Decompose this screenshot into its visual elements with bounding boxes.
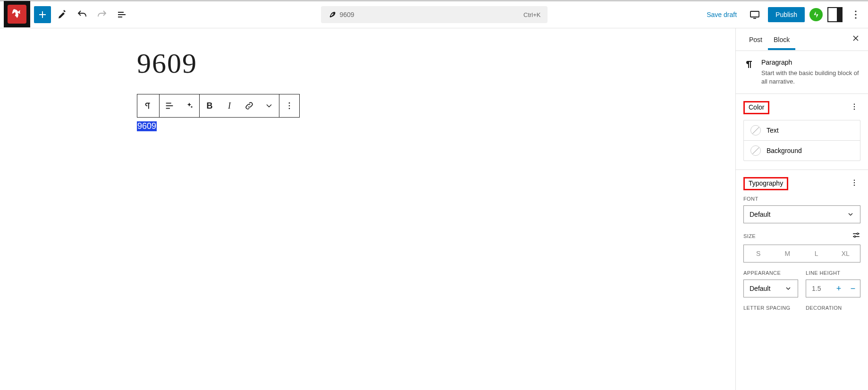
svg-rect-2 — [118, 17, 122, 17]
svg-rect-7 — [166, 103, 171, 104]
save-draft-button[interactable]: Save draft — [702, 8, 742, 21]
svg-point-14 — [854, 106, 855, 107]
align-button[interactable] — [160, 94, 179, 117]
font-select[interactable]: Default — [743, 205, 860, 223]
close-sidebar-button[interactable] — [851, 34, 860, 45]
document-overview-button[interactable] — [113, 6, 130, 23]
font-value: Default — [750, 211, 770, 218]
lineheight-increment[interactable]: + — [832, 284, 846, 294]
italic-button[interactable]: I — [219, 94, 239, 117]
paragraph-icon — [743, 59, 755, 86]
svg-point-20 — [857, 233, 858, 235]
size-s-button[interactable]: S — [744, 245, 773, 262]
chevron-down-icon — [847, 211, 854, 218]
appearance-label: APPEARANCE — [743, 270, 798, 276]
tools-button[interactable] — [54, 6, 71, 23]
svg-point-4 — [855, 10, 856, 12]
decoration-label: DECORATION — [806, 305, 860, 311]
text-color-button[interactable]: Text — [744, 120, 860, 140]
color-panel-title: Color — [749, 103, 764, 111]
block-description: Start with the basic building block of a… — [761, 69, 860, 86]
svg-point-5 — [855, 14, 856, 15]
post-title[interactable]: 9609 — [137, 47, 735, 80]
publish-button[interactable]: Publish — [768, 7, 805, 22]
paragraph-selected-text[interactable]: 9609 — [137, 121, 157, 131]
typography-panel-title: Typography — [749, 179, 783, 187]
redo-button[interactable] — [93, 6, 110, 23]
undo-button[interactable] — [74, 6, 91, 23]
appearance-select[interactable]: Default — [743, 280, 798, 297]
svg-rect-8 — [166, 105, 173, 106]
size-label: SIZE — [743, 233, 756, 239]
size-l-button[interactable]: L — [802, 245, 831, 262]
add-block-button[interactable] — [34, 6, 51, 23]
svg-point-15 — [854, 109, 855, 110]
preview-button[interactable] — [746, 6, 763, 23]
feather-icon — [328, 10, 336, 19]
letter-spacing-label: LETTER SPACING — [743, 305, 798, 311]
background-color-label: Background — [767, 147, 802, 154]
link-button[interactable] — [239, 94, 259, 117]
svg-point-12 — [289, 108, 290, 110]
tab-post[interactable]: Post — [743, 29, 768, 50]
block-name: Paragraph — [761, 59, 860, 66]
bold-button[interactable]: B — [200, 94, 219, 117]
size-m-button[interactable]: M — [773, 245, 802, 262]
lineheight-label: LINE HEIGHT — [806, 270, 860, 276]
text-color-swatch — [750, 125, 761, 136]
svg-point-16 — [854, 180, 855, 181]
svg-point-18 — [854, 185, 855, 186]
font-label: FONT — [743, 196, 860, 202]
ai-button[interactable] — [179, 94, 199, 117]
block-type-button[interactable] — [137, 94, 159, 117]
lineheight-decrement[interactable]: − — [846, 284, 860, 294]
options-button[interactable] — [847, 6, 864, 23]
svg-rect-3 — [750, 11, 759, 17]
svg-point-13 — [854, 104, 855, 105]
svg-rect-0 — [118, 12, 124, 13]
block-options-button[interactable] — [279, 94, 299, 117]
settings-panel-toggle[interactable] — [827, 7, 843, 22]
lineheight-input[interactable]: 1.5 + − — [806, 280, 860, 297]
site-logo[interactable] — [4, 1, 30, 27]
chevron-down-icon — [784, 285, 792, 292]
lineheight-value: 1.5 — [806, 285, 832, 292]
background-color-button[interactable]: Background — [744, 140, 860, 161]
svg-point-10 — [289, 102, 290, 104]
appearance-value: Default — [750, 285, 770, 292]
svg-rect-1 — [118, 14, 126, 15]
color-panel-options[interactable] — [848, 101, 860, 114]
jetpack-button[interactable] — [809, 8, 823, 21]
keyboard-shortcut: Ctrl+K — [523, 11, 540, 18]
tab-block[interactable]: Block — [768, 29, 795, 50]
document-title: 9609 — [340, 11, 524, 18]
svg-point-11 — [289, 105, 290, 107]
size-xl-button[interactable]: XL — [831, 245, 860, 262]
svg-point-17 — [854, 182, 855, 183]
background-color-swatch — [750, 145, 761, 156]
more-formatting-button[interactable] — [259, 94, 279, 117]
size-custom-toggle[interactable] — [852, 231, 860, 241]
typography-panel-options[interactable] — [848, 177, 860, 190]
document-title-bar[interactable]: 9609 Ctrl+K — [321, 6, 548, 23]
block-toolbar: B I — [137, 94, 300, 118]
text-color-label: Text — [767, 127, 779, 134]
svg-point-22 — [854, 236, 855, 237]
svg-rect-9 — [166, 108, 170, 109]
svg-point-6 — [855, 17, 856, 18]
